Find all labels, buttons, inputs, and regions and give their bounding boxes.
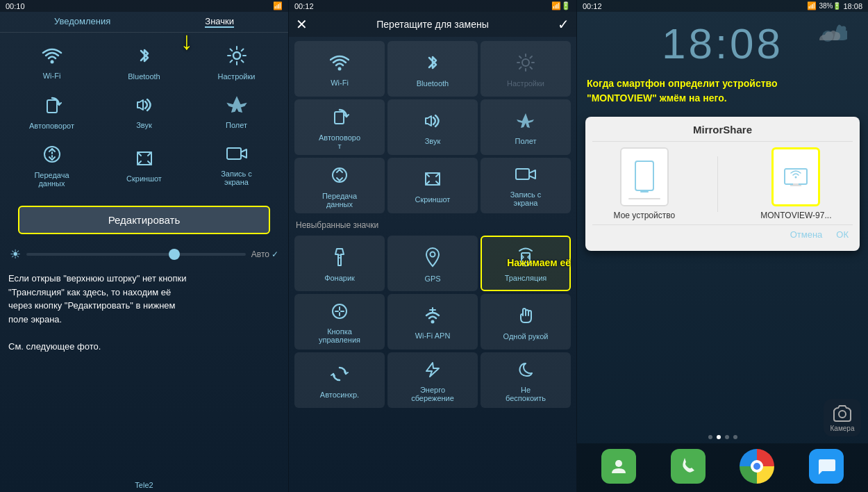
icon-cell-wifi[interactable]: Wi-Fi [294, 41, 385, 97]
icon-cell-flight-2[interactable]: Полет [481, 99, 571, 155]
dock-contacts[interactable] [601, 449, 636, 484]
settings-icon [226, 45, 247, 69]
svg-point-1 [233, 52, 240, 59]
autorotate-icon [42, 95, 62, 119]
settings-icon-2 [516, 53, 535, 76]
quick-item-autorotate[interactable]: Автоповорот [7, 88, 97, 134]
panel-edit-icons: 00:12 📶🔋 ✕ Перетащите для замены ✓ Wi-Fi [288, 0, 576, 492]
brightness-auto: Авто ✓ [251, 249, 278, 259]
svg-rect-19 [635, 161, 653, 190]
wifi-icon [42, 46, 62, 69]
dnd-label: Небеспокоить [506, 386, 546, 402]
quick-grid-1: Wi-Fi Bluetooth Настройки [0, 33, 288, 197]
status-bar-3: 00:12 📶 38%🔋 18:08 [577, 0, 868, 12]
mydevice-icon [620, 147, 669, 206]
icon-cell-datatransfer-2[interactable]: Передачаданных [294, 158, 385, 213]
wifi-label-2: Wi-Fi [331, 79, 349, 87]
quick-item-wifi[interactable]: Wi-Fi [7, 38, 97, 85]
confirm-button[interactable]: ✓ [558, 16, 569, 33]
tab-icons[interactable]: Значки [205, 16, 234, 28]
weather-icon [812, 21, 847, 55]
brightness-slider[interactable] [26, 253, 246, 256]
edit-button[interactable]: Редактировать [18, 206, 270, 234]
sound-label-2: Звук [425, 137, 441, 145]
screenrecord-icon-2 [515, 167, 536, 188]
dock-messages[interactable] [809, 449, 844, 484]
icon-cell-bluetooth[interactable]: Bluetooth [387, 41, 478, 97]
camera-label: Камера [831, 425, 855, 432]
page-dots [577, 432, 868, 442]
ms-option-montoview[interactable]: MONTOVIEW-97... [760, 147, 831, 220]
status-time-3: 00:12 [583, 2, 602, 10]
panel-homescreen: 00:12 📶 38%🔋 18:08 18:08 Когда смартфон … [576, 0, 868, 492]
svg-point-24 [795, 176, 797, 178]
icon-cell-gps[interactable]: GPS [387, 236, 478, 291]
arrow-icon: ↓ [181, 26, 193, 56]
ms-option-mydevice[interactable]: Мое устройство [614, 147, 676, 220]
autorotate-icon-2 [330, 107, 349, 131]
datatransfer-icon [42, 144, 62, 168]
dialog-buttons: Отмена ОК [592, 224, 853, 244]
dock-chrome[interactable] [740, 449, 774, 484]
close-button[interactable]: ✕ [296, 16, 308, 33]
quick-item-screenshot[interactable]: Скриншот [99, 137, 189, 192]
quick-item-bluetooth[interactable]: Bluetooth [99, 38, 189, 85]
dnd-icon [516, 361, 535, 383]
quick-item-datatransfer[interactable]: Передачаданных [7, 137, 97, 192]
icon-cell-onehand[interactable]: Одной рукой [481, 294, 571, 350]
panel2-title: Перетащите для замены [376, 19, 489, 30]
section-label: Невыбранные значки [289, 218, 576, 231]
montoview-icon [771, 147, 820, 206]
panel-notifications: 00:10 📶 Уведомления Значки ↓ Wi-Fi [0, 0, 288, 492]
powersave-label: Энергосбережение [411, 386, 454, 402]
icon-cell-powersave[interactable]: Энергосбережение [387, 352, 478, 408]
cancel-button[interactable]: Отмена [786, 228, 827, 241]
icon-cell-settings[interactable]: Настройки [481, 41, 571, 97]
annotation-text-3: Когда смартфон определит устройство "MON… [577, 68, 868, 111]
quick-item-screenrecord[interactable]: Запись сэкрана [192, 137, 281, 192]
favorites-grid: Wi-Fi Bluetooth Настройки [289, 37, 576, 218]
gps-label: GPS [424, 274, 440, 283]
datatransfer-icon-2 [330, 165, 349, 189]
icon-cell-sound-2[interactable]: Звук [387, 99, 478, 155]
quick-item-flight[interactable]: Полет [192, 88, 281, 134]
icon-cell-autosync[interactable]: Автосинхр. [294, 352, 385, 408]
control-icon [331, 302, 349, 325]
flight-label: Полет [226, 121, 247, 129]
tab-notifications[interactable]: Уведомления [54, 16, 110, 28]
status-icons-3: 📶 38%🔋 18:08 [807, 1, 862, 10]
quick-item-settings[interactable]: Настройки [192, 38, 281, 85]
svg-point-17 [431, 320, 435, 324]
screenrecord-label: Запись сэкрана [221, 170, 252, 186]
sound-icon [134, 95, 155, 118]
brightness-thumb [169, 249, 180, 260]
mydevice-label: Мое устройство [614, 211, 676, 220]
flashlight-icon [332, 247, 347, 271]
tap-annotation: Нажимаем её [507, 257, 571, 268]
status-time-1: 00:10 [6, 2, 25, 10]
mirrorshare-title: MirrorShare [592, 124, 853, 142]
icon-cell-flashlight[interactable]: Фонарик [294, 236, 385, 291]
powersave-icon [424, 361, 442, 383]
bluetooth-icon-2 [426, 53, 439, 76]
icon-cell-screenshot-2[interactable]: Скриншот [387, 158, 478, 213]
icon-cell-autorotate-2[interactable]: Автоповорот [294, 99, 385, 155]
wifi-label: Wi-Fi [43, 72, 61, 80]
quick-item-sound[interactable]: Звук [99, 88, 189, 134]
icon-cell-wifiapn[interactable]: Wi-Fi APN [387, 294, 478, 350]
flight-label-2: Полет [515, 137, 537, 145]
wifi-icon-2 [330, 54, 349, 76]
wifiapn-icon [423, 306, 442, 329]
icon-cell-screenrecord-2[interactable]: Запись сэкрана [481, 158, 571, 213]
ok-button[interactable]: ОК [832, 228, 853, 241]
screenrecord-icon [226, 145, 248, 167]
camera-app-icon[interactable]: Камера [824, 399, 861, 436]
brightness-row: ☀ Авто ✓ [0, 243, 288, 266]
icon-cell-dnd[interactable]: Небеспокоить [481, 352, 571, 408]
status-bar-2: 00:12 📶🔋 [289, 0, 576, 12]
dock-phone[interactable] [671, 449, 706, 484]
screenrecord-label-2: Запись сэкрана [510, 190, 542, 207]
autosync-icon [330, 364, 349, 388]
icon-cell-control[interactable]: Кнопкауправления [294, 294, 385, 350]
wifiapn-label: Wi-Fi APN [415, 331, 451, 340]
